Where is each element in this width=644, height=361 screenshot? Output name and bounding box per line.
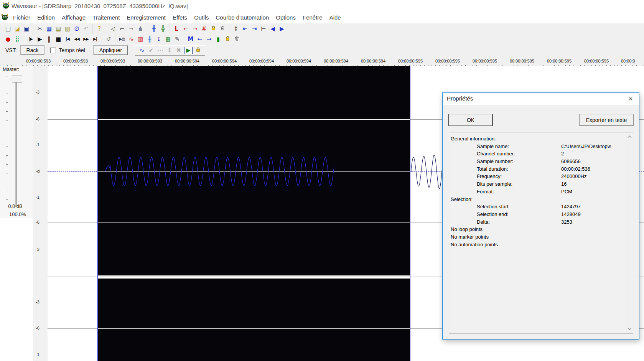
- interpolate-icon: ╫: [148, 36, 151, 42]
- pause-button[interactable]: ‖: [44, 35, 54, 43]
- automation-clear-button[interactable]: ✖: [174, 46, 183, 54]
- wave-select-button[interactable]: ╬: [158, 25, 168, 33]
- marker-wave-button[interactable]: ▮: [214, 35, 223, 43]
- expand-left-button[interactable]: ⇤: [240, 25, 250, 33]
- automation-curve-button[interactable]: ∿: [137, 46, 147, 54]
- trim-button[interactable]: ∅: [72, 25, 81, 33]
- monitor-button[interactable]: ◁: [108, 25, 117, 33]
- master-percent-value: 100.0%: [0, 211, 35, 217]
- paste-mix-button[interactable]: ▥: [63, 25, 72, 33]
- scroll-up-icon[interactable]: [627, 134, 632, 140]
- menu-edition[interactable]: Edition: [34, 13, 58, 22]
- ok-button[interactable]: OK: [449, 114, 492, 126]
- analysis-button[interactable]: ∿: [127, 35, 136, 43]
- fast-forward-button[interactable]: ▶▶: [81, 35, 91, 43]
- copy-button[interactable]: ▦: [44, 25, 54, 33]
- master-slider-handle[interactable]: [10, 76, 22, 82]
- menu-fichier[interactable]: Fichier: [10, 13, 34, 22]
- snap-line-button[interactable]: ⊢: [259, 25, 268, 33]
- open-file-button[interactable]: ◪: [13, 25, 22, 33]
- undo-button[interactable]: ↶: [81, 25, 91, 33]
- selection-start-edge[interactable]: [97, 66, 98, 361]
- next-view-icon: ▶: [280, 26, 284, 32]
- loop-clear-button[interactable]: #: [199, 25, 209, 33]
- automation-apply-icon: ✔: [149, 48, 154, 53]
- loop-back-button[interactable]: ←: [181, 25, 190, 33]
- export-text-button[interactable]: Exporter en texte: [580, 114, 633, 126]
- menu-enregistrement[interactable]: Enregistrement: [123, 13, 169, 22]
- scrollbar[interactable]: [626, 132, 633, 333]
- stats-list-button[interactable]: ▦: [163, 35, 173, 43]
- marker-next-button[interactable]: →: [204, 35, 214, 43]
- rack-button[interactable]: Rack: [21, 46, 44, 55]
- vu-meter-button[interactable]: ⣿: [13, 35, 22, 43]
- marker-prev-button[interactable]: ←: [195, 35, 204, 43]
- resample-down-button[interactable]: ↧: [154, 35, 163, 43]
- connector-b-icon: ¬: [129, 26, 134, 32]
- automation-scale-button[interactable]: ↕: [165, 46, 174, 54]
- menu-outils[interactable]: Outils: [191, 13, 212, 22]
- loop-forward-button[interactable]: →: [190, 25, 199, 33]
- new-file-button[interactable]: □: [3, 25, 13, 33]
- loop-clear-icon: #: [202, 26, 207, 32]
- loop-lock-button[interactable]: [209, 25, 218, 33]
- save-file-icon: ▣: [24, 26, 29, 32]
- interpolate-button[interactable]: ╫: [145, 35, 154, 43]
- menu-fenetre[interactable]: Fenêtre: [299, 13, 326, 22]
- close-icon[interactable]: ✕: [626, 95, 635, 103]
- property-value: C:\Users\JP\Desktop\s: [561, 143, 611, 149]
- menu-traitement[interactable]: Traitement: [89, 13, 123, 22]
- menu-affichage[interactable]: Affichage: [58, 13, 89, 22]
- help-button[interactable]: ?: [95, 25, 104, 33]
- marker-delete-button[interactable]: [232, 35, 241, 43]
- go-start-button[interactable]: |◀: [63, 35, 72, 43]
- wrench-button[interactable]: ⋔: [136, 25, 145, 33]
- play-button[interactable]: ▶: [35, 35, 44, 43]
- stop-button[interactable]: ■: [54, 35, 63, 43]
- wave-select-icon: ╬: [161, 26, 165, 32]
- connector-a-button[interactable]: ⌐: [117, 25, 127, 33]
- vu-meter-icon: ⣿: [15, 36, 20, 42]
- next-view-button[interactable]: ▶: [277, 25, 287, 33]
- connector-b-button[interactable]: ¬: [127, 25, 136, 33]
- rewind-button[interactable]: ◀◀: [72, 35, 81, 43]
- selection-end-edge[interactable]: [410, 66, 410, 361]
- selection-region-channel2[interactable]: [97, 279, 410, 361]
- property-value: 1424797: [561, 204, 581, 209]
- automation-play-button[interactable]: ▶: [184, 47, 193, 54]
- loop-l-button[interactable]: L: [172, 25, 181, 33]
- copy-doc-button[interactable]: ▥: [136, 35, 145, 43]
- play-from-cursor-button[interactable]: |▶: [26, 35, 35, 43]
- menu-effets[interactable]: Effets: [169, 13, 191, 22]
- expand-right-button[interactable]: ⇥: [250, 25, 259, 33]
- save-file-button[interactable]: ▣: [22, 25, 31, 33]
- automation-lock-button[interactable]: [193, 46, 203, 54]
- record-button[interactable]: ●: [3, 35, 13, 43]
- zoom-vertical-button[interactable]: ↕: [231, 25, 240, 33]
- marker-button[interactable]: M: [186, 35, 195, 43]
- automation-points-button[interactable]: ⋯: [156, 46, 165, 54]
- cut-button[interactable]: ✂: [35, 25, 44, 33]
- timeline-ruler[interactable]: 00:00:00:59300:00:00:59300:00:00:59300:0…: [0, 56, 644, 66]
- property-label: No marker points: [451, 234, 489, 240]
- loop-mode-button[interactable]: ↺: [104, 35, 113, 43]
- realtime-checkbox[interactable]: [50, 48, 56, 53]
- menu-aide[interactable]: Aide: [326, 13, 344, 22]
- menu-options[interactable]: Options: [272, 13, 299, 22]
- property-row: Sample number:6086656: [449, 158, 624, 165]
- automation-apply-button[interactable]: ✔: [147, 46, 156, 54]
- apply-button[interactable]: Appliquer: [94, 46, 128, 55]
- prev-view-button[interactable]: ◀: [268, 25, 277, 33]
- master-slider[interactable]: [15, 77, 17, 207]
- selection-region[interactable]: [97, 66, 410, 275]
- marker-lock-button[interactable]: [223, 35, 232, 43]
- scroll-down-icon[interactable]: [627, 325, 632, 332]
- go-end-button[interactable]: ▶|: [91, 35, 100, 43]
- loop-delete-button[interactable]: [218, 25, 227, 33]
- paste-button[interactable]: ▤: [54, 25, 63, 33]
- pencil-button[interactable]: ✎: [173, 35, 182, 43]
- menu-courbe-d-automation[interactable]: Courbe d'automation: [212, 13, 272, 22]
- wave-zoom-button[interactable]: ╫: [149, 25, 158, 33]
- toolbar-group: □◪▣: [2, 23, 33, 34]
- paste-insert-button[interactable]: ▶▤: [117, 35, 127, 43]
